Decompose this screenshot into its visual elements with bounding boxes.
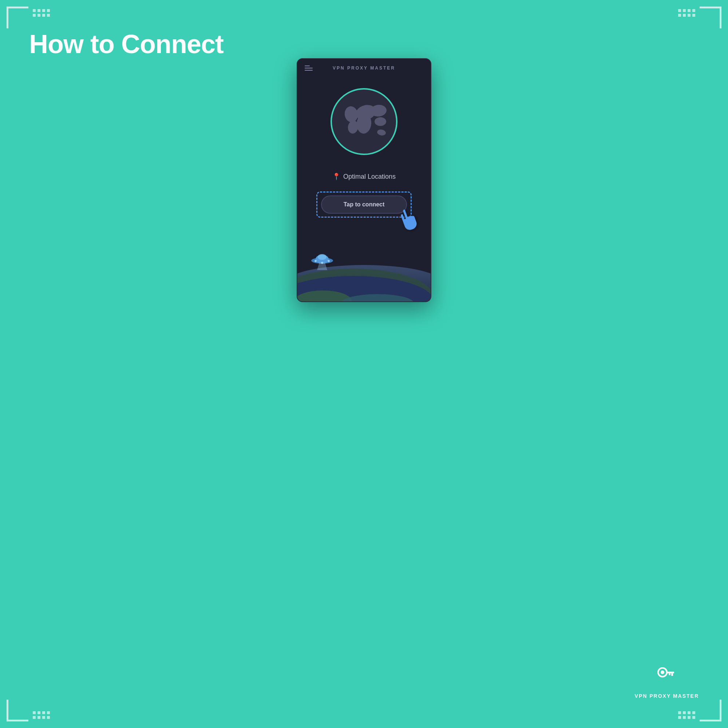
corner-decoration-top-right bbox=[700, 6, 722, 28]
page-title: How to Connect bbox=[29, 29, 223, 59]
brand-section: VPN PROXY MASTER bbox=[635, 656, 699, 699]
menu-line-2 bbox=[305, 68, 313, 69]
menu-line-3 bbox=[305, 70, 313, 70]
svg-point-21 bbox=[661, 670, 664, 674]
location-pin-icon: 📍 bbox=[332, 173, 340, 180]
location-label: 📍 Optimal Locations bbox=[297, 173, 431, 180]
dot-grid-bottom-left bbox=[33, 711, 50, 719]
svg-point-18 bbox=[321, 262, 323, 264]
globe-image bbox=[327, 85, 401, 158]
corner-decoration-bottom-right bbox=[700, 700, 722, 722]
app-name: VPN PROXY MASTER bbox=[333, 66, 395, 70]
svg-rect-22 bbox=[666, 671, 674, 673]
brand-name: VPN PROXY MASTER bbox=[635, 693, 699, 699]
ufo-icon bbox=[308, 249, 337, 272]
svg-point-6 bbox=[375, 117, 386, 126]
phone-mockup: VPN PROXY MASTER bbox=[297, 58, 431, 302]
svg-point-19 bbox=[327, 260, 330, 262]
optimal-locations-text: Optimal Locations bbox=[343, 173, 396, 180]
svg-point-15 bbox=[318, 254, 327, 260]
corner-decoration-top-left bbox=[6, 6, 28, 28]
corner-decoration-bottom-left bbox=[6, 700, 28, 722]
menu-icon[interactable] bbox=[305, 66, 313, 70]
svg-point-17 bbox=[315, 260, 317, 262]
brand-icon bbox=[650, 656, 683, 689]
dot-grid-top-right bbox=[678, 9, 695, 17]
dot-grid-top-left bbox=[33, 9, 50, 17]
phone-topbar: VPN PROXY MASTER bbox=[297, 59, 431, 74]
svg-rect-23 bbox=[671, 673, 673, 676]
connect-button-wrapper: Tap to connect bbox=[297, 191, 431, 218]
svg-rect-24 bbox=[669, 673, 670, 675]
globe-container bbox=[297, 85, 431, 158]
bottom-illustration bbox=[297, 243, 431, 301]
dot-grid-bottom-right bbox=[678, 711, 695, 719]
dashed-highlight-box: Tap to connect bbox=[316, 191, 412, 218]
menu-line-1 bbox=[305, 66, 310, 66]
